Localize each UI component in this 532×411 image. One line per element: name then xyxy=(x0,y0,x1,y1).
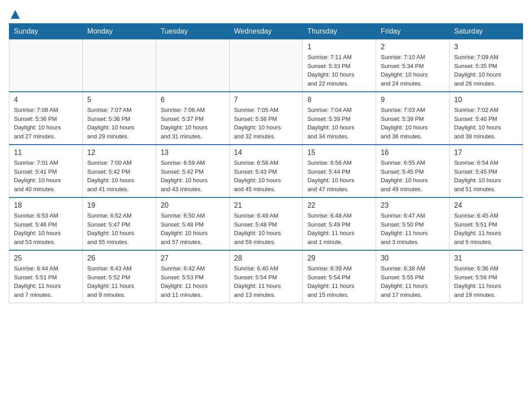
col-sunday: Sunday xyxy=(9,24,83,39)
day-number: 17 xyxy=(454,149,518,157)
day-info: Sunrise: 6:50 AM Sunset: 5:48 PM Dayligh… xyxy=(161,211,225,246)
day-cell xyxy=(156,39,229,92)
day-info: Sunrise: 7:08 AM Sunset: 5:36 PM Dayligh… xyxy=(14,106,78,141)
day-cell: 29Sunrise: 6:39 AM Sunset: 5:54 PM Dayli… xyxy=(303,250,376,303)
day-cell: 3Sunrise: 7:09 AM Sunset: 5:35 PM Daylig… xyxy=(450,39,523,92)
day-info: Sunrise: 6:42 AM Sunset: 5:53 PM Dayligh… xyxy=(161,264,225,299)
day-cell: 18Sunrise: 6:53 AM Sunset: 5:46 PM Dayli… xyxy=(9,197,83,250)
header-row: Sunday Monday Tuesday Wednesday Thursday… xyxy=(9,24,523,39)
day-info: Sunrise: 7:03 AM Sunset: 5:39 PM Dayligh… xyxy=(381,106,445,141)
week-row-3: 11Sunrise: 7:01 AM Sunset: 5:41 PM Dayli… xyxy=(9,145,523,197)
day-cell: 19Sunrise: 6:52 AM Sunset: 5:47 PM Dayli… xyxy=(82,197,156,250)
day-cell: 22Sunrise: 6:48 AM Sunset: 5:49 PM Dayli… xyxy=(303,197,376,250)
day-number: 25 xyxy=(14,254,78,262)
day-cell: 25Sunrise: 6:44 AM Sunset: 5:51 PM Dayli… xyxy=(9,250,83,303)
logo-triangle-icon xyxy=(11,10,20,19)
day-number: 8 xyxy=(307,96,371,104)
day-number: 10 xyxy=(454,96,518,104)
day-cell: 2Sunrise: 7:10 AM Sunset: 5:34 PM Daylig… xyxy=(376,39,450,92)
day-info: Sunrise: 7:02 AM Sunset: 5:40 PM Dayligh… xyxy=(454,106,518,141)
day-number: 19 xyxy=(87,201,151,210)
day-info: Sunrise: 6:53 AM Sunset: 5:46 PM Dayligh… xyxy=(14,211,78,246)
day-cell: 6Sunrise: 7:06 AM Sunset: 5:37 PM Daylig… xyxy=(156,92,229,145)
day-number: 16 xyxy=(381,149,445,157)
day-number: 31 xyxy=(454,254,518,262)
day-info: Sunrise: 7:11 AM Sunset: 5:33 PM Dayligh… xyxy=(307,53,371,88)
day-cell: 30Sunrise: 6:38 AM Sunset: 5:55 PM Dayli… xyxy=(376,250,450,303)
day-cell: 13Sunrise: 6:59 AM Sunset: 5:42 PM Dayli… xyxy=(156,145,229,197)
svg-marker-0 xyxy=(11,10,20,19)
col-thursday: Thursday xyxy=(303,24,376,39)
day-cell: 10Sunrise: 7:02 AM Sunset: 5:40 PM Dayli… xyxy=(450,92,523,145)
day-cell: 7Sunrise: 7:05 AM Sunset: 5:38 PM Daylig… xyxy=(229,92,303,145)
day-number: 15 xyxy=(307,149,371,157)
day-number: 6 xyxy=(161,96,225,104)
day-cell: 9Sunrise: 7:03 AM Sunset: 5:39 PM Daylig… xyxy=(376,92,450,145)
day-cell: 16Sunrise: 6:55 AM Sunset: 5:45 PM Dayli… xyxy=(376,145,450,197)
day-info: Sunrise: 7:05 AM Sunset: 5:38 PM Dayligh… xyxy=(234,106,298,141)
day-cell xyxy=(9,39,83,92)
day-info: Sunrise: 6:52 AM Sunset: 5:47 PM Dayligh… xyxy=(87,211,151,246)
day-number: 26 xyxy=(87,254,151,262)
day-info: Sunrise: 6:45 AM Sunset: 5:51 PM Dayligh… xyxy=(454,211,518,246)
day-info: Sunrise: 6:44 AM Sunset: 5:51 PM Dayligh… xyxy=(14,264,78,299)
day-cell: 24Sunrise: 6:45 AM Sunset: 5:51 PM Dayli… xyxy=(450,197,523,250)
day-number: 4 xyxy=(14,96,78,104)
day-cell: 20Sunrise: 6:50 AM Sunset: 5:48 PM Dayli… xyxy=(156,197,229,250)
day-number: 22 xyxy=(307,201,371,210)
day-info: Sunrise: 7:01 AM Sunset: 5:41 PM Dayligh… xyxy=(14,158,78,193)
week-row-2: 4Sunrise: 7:08 AM Sunset: 5:36 PM Daylig… xyxy=(9,92,523,145)
day-info: Sunrise: 7:06 AM Sunset: 5:37 PM Dayligh… xyxy=(161,106,225,141)
day-cell: 17Sunrise: 6:54 AM Sunset: 5:45 PM Dayli… xyxy=(450,145,523,197)
day-info: Sunrise: 6:48 AM Sunset: 5:49 PM Dayligh… xyxy=(307,211,371,246)
day-number: 29 xyxy=(307,254,371,262)
day-cell: 12Sunrise: 7:00 AM Sunset: 5:42 PM Dayli… xyxy=(82,145,156,197)
day-number: 9 xyxy=(381,96,445,104)
day-info: Sunrise: 6:38 AM Sunset: 5:55 PM Dayligh… xyxy=(381,264,445,299)
day-info: Sunrise: 6:59 AM Sunset: 5:42 PM Dayligh… xyxy=(161,158,225,193)
day-cell: 26Sunrise: 6:43 AM Sunset: 5:52 PM Dayli… xyxy=(82,250,156,303)
day-cell: 27Sunrise: 6:42 AM Sunset: 5:53 PM Dayli… xyxy=(156,250,229,303)
day-number: 12 xyxy=(87,149,151,157)
day-info: Sunrise: 6:54 AM Sunset: 5:45 PM Dayligh… xyxy=(454,158,518,193)
week-row-4: 18Sunrise: 6:53 AM Sunset: 5:46 PM Dayli… xyxy=(9,197,523,250)
day-cell: 8Sunrise: 7:04 AM Sunset: 5:39 PM Daylig… xyxy=(303,92,376,145)
day-number: 30 xyxy=(381,254,445,262)
day-number: 13 xyxy=(161,149,225,157)
day-number: 7 xyxy=(234,96,298,104)
day-info: Sunrise: 6:56 AM Sunset: 5:44 PM Dayligh… xyxy=(307,158,371,193)
day-cell: 15Sunrise: 6:56 AM Sunset: 5:44 PM Dayli… xyxy=(303,145,376,197)
day-info: Sunrise: 6:55 AM Sunset: 5:45 PM Dayligh… xyxy=(381,158,445,193)
col-tuesday: Tuesday xyxy=(156,24,229,39)
day-cell: 23Sunrise: 6:47 AM Sunset: 5:50 PM Dayli… xyxy=(376,197,450,250)
day-info: Sunrise: 6:47 AM Sunset: 5:50 PM Dayligh… xyxy=(381,211,445,246)
day-cell: 14Sunrise: 6:58 AM Sunset: 5:43 PM Dayli… xyxy=(229,145,303,197)
logo xyxy=(9,9,20,19)
day-number: 28 xyxy=(234,254,298,262)
day-number: 2 xyxy=(381,43,445,51)
day-number: 24 xyxy=(454,201,518,210)
week-row-5: 25Sunrise: 6:44 AM Sunset: 5:51 PM Dayli… xyxy=(9,250,523,303)
day-cell: 28Sunrise: 6:40 AM Sunset: 5:54 PM Dayli… xyxy=(229,250,303,303)
page-header xyxy=(9,9,523,19)
day-number: 14 xyxy=(234,149,298,157)
col-friday: Friday xyxy=(376,24,450,39)
day-info: Sunrise: 7:00 AM Sunset: 5:42 PM Dayligh… xyxy=(87,158,151,193)
day-number: 20 xyxy=(161,201,225,210)
day-cell: 11Sunrise: 7:01 AM Sunset: 5:41 PM Dayli… xyxy=(9,145,83,197)
day-cell: 4Sunrise: 7:08 AM Sunset: 5:36 PM Daylig… xyxy=(9,92,83,145)
day-number: 3 xyxy=(454,43,518,51)
col-saturday: Saturday xyxy=(450,24,523,39)
day-info: Sunrise: 6:40 AM Sunset: 5:54 PM Dayligh… xyxy=(234,264,298,299)
day-info: Sunrise: 6:43 AM Sunset: 5:52 PM Dayligh… xyxy=(87,264,151,299)
day-info: Sunrise: 7:04 AM Sunset: 5:39 PM Dayligh… xyxy=(307,106,371,141)
day-number: 1 xyxy=(307,43,371,51)
day-info: Sunrise: 7:10 AM Sunset: 5:34 PM Dayligh… xyxy=(381,53,445,88)
day-cell: 31Sunrise: 6:36 AM Sunset: 5:56 PM Dayli… xyxy=(450,250,523,303)
day-number: 11 xyxy=(14,149,78,157)
day-number: 27 xyxy=(161,254,225,262)
calendar-table: Sunday Monday Tuesday Wednesday Thursday… xyxy=(9,23,523,303)
day-number: 5 xyxy=(87,96,151,104)
day-cell: 5Sunrise: 7:07 AM Sunset: 5:36 PM Daylig… xyxy=(82,92,156,145)
day-cell: 21Sunrise: 6:49 AM Sunset: 5:48 PM Dayli… xyxy=(229,197,303,250)
